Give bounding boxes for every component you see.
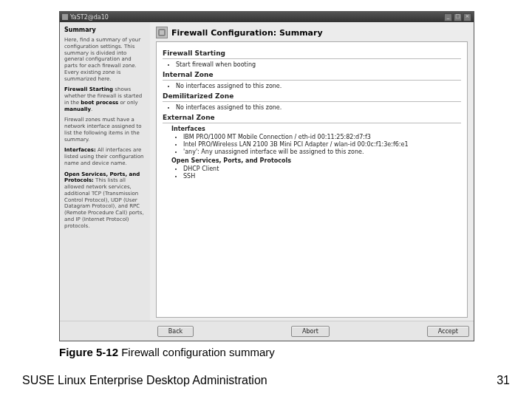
minimize-button[interactable]: _ <box>444 13 452 21</box>
list-item: 'any': Any unassigned interface will be … <box>183 149 461 155</box>
section-internal-head: Internal Zone <box>163 71 461 81</box>
back-button[interactable]: Back <box>157 326 194 337</box>
list-item: Intel PRO/Wireless LAN 2100 3B Mini PCI … <box>183 141 461 148</box>
page-number: 31 <box>497 374 510 387</box>
list-item: IBM PRO/1000 MT Mobile Connection / eth-… <box>183 134 461 140</box>
window-title: YaST2@da10 <box>70 14 109 21</box>
list-item: SSH <box>183 173 461 180</box>
titlebar-left: YaST2@da10 <box>62 14 109 21</box>
list-item: Start firewall when booting <box>176 61 461 68</box>
figure-number: Figure 5-12 <box>59 346 118 358</box>
footer-title: SUSE Linux Enterprise Desktop Administra… <box>22 374 267 387</box>
wizard-buttons: Back Abort Accept <box>60 321 474 341</box>
firewall-icon <box>156 27 168 38</box>
help-panel: Summary Here, find a summary of your con… <box>60 22 150 321</box>
list-item: No interfaces assigned to this zone. <box>176 104 461 111</box>
help-p3: Firewall zones must have a network inter… <box>64 117 146 143</box>
help-heading: Summary <box>64 27 146 34</box>
help-p1: Here, find a summary of your configurati… <box>64 37 146 82</box>
main-header: Firewall Configuration: Summary <box>150 22 474 41</box>
figure-caption: Figure 5-12 Firewall configuration summa… <box>59 346 275 358</box>
maximize-button[interactable]: □ <box>454 13 462 21</box>
abort-button[interactable]: Abort <box>291 326 330 337</box>
window-titlebar: YaST2@da10 _ □ × <box>60 12 474 22</box>
help-p2-bold1: Firewall Starting <box>64 86 113 92</box>
section-external-head: External Zone <box>163 114 461 123</box>
summary-content: Firewall Starting Start firewall when bo… <box>156 41 468 318</box>
external-interfaces-list: IBM PRO/1000 MT Mobile Connection / eth-… <box>183 134 461 155</box>
help-p2-t2: or only <box>118 100 137 106</box>
section-dmz-list: No interfaces assigned to this zone. <box>176 104 461 111</box>
help-p2: Firewall Starting shows whether the fire… <box>64 86 146 112</box>
main-panel: Firewall Configuration: Summary Firewall… <box>150 22 474 321</box>
yast-window: YaST2@da10 _ □ × Summary Here, find a su… <box>59 11 474 341</box>
close-button[interactable]: × <box>463 13 471 21</box>
external-interfaces-head: Interfaces <box>171 126 461 132</box>
page-title: Firewall Configuration: Summary <box>171 28 323 38</box>
figure-text: Firewall configuration summary <box>118 346 275 358</box>
app-icon <box>62 14 68 20</box>
section-starting-head: Firewall Starting <box>163 50 461 59</box>
accept-button[interactable]: Accept <box>427 326 469 337</box>
help-p2-bold2: boot process <box>81 100 118 106</box>
help-p2-t3: . <box>91 106 92 112</box>
help-p4: Interfaces: All interfaces are listed us… <box>64 147 146 166</box>
window-controls: _ □ × <box>444 13 471 21</box>
section-starting-list: Start firewall when booting <box>176 61 461 68</box>
list-item: DHCP Client <box>183 166 461 172</box>
external-services-list: DHCP Client SSH <box>183 166 461 180</box>
section-internal-list: No interfaces assigned to this zone. <box>176 83 461 89</box>
external-services-head: Open Services, Ports, and Protocols <box>171 157 461 164</box>
help-p5-rest: This lists all allowed network services,… <box>64 177 144 228</box>
slide: YaST2@da10 _ □ × Summary Here, find a su… <box>0 0 532 399</box>
help-p5: Open Services, Ports, and Protocols: Thi… <box>64 171 146 230</box>
window-body: Summary Here, find a summary of your con… <box>60 22 474 321</box>
section-dmz-head: Demilitarized Zone <box>163 92 461 102</box>
help-p4-bold: Interfaces: <box>64 147 96 153</box>
list-item: No interfaces assigned to this zone. <box>176 83 461 89</box>
help-p2-bold3: manually <box>64 106 91 112</box>
